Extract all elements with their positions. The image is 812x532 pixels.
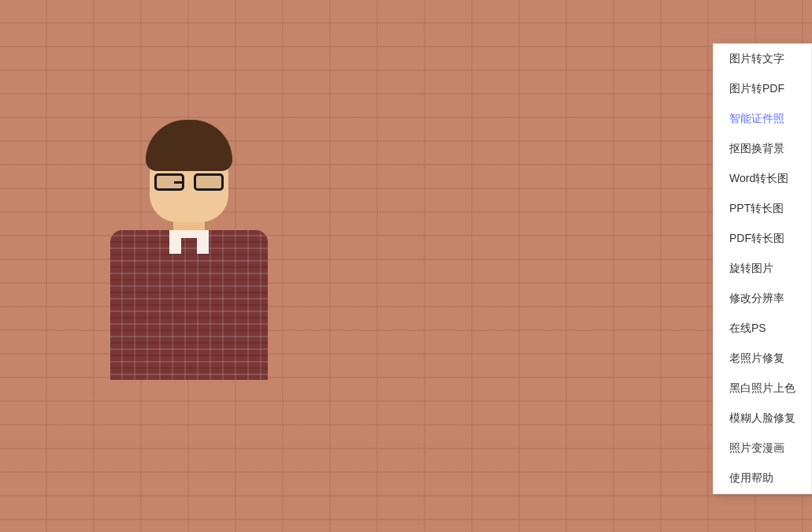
dropdown-ppt-to-long[interactable]: PPT转长图	[714, 194, 811, 224]
person-body	[110, 230, 268, 380]
dropdown-word-to-long[interactable]: Word转长图	[714, 164, 811, 194]
dropdown-face-repair[interactable]: 模糊人脸修复	[714, 404, 811, 433]
left-panel: 原图 效果图	[0, 59, 520, 516]
dropdown-menu: 图片转文字 图片转PDF 智能证件照 抠图换背景 Word转长图 PPT转长图 …	[713, 43, 812, 494]
dropdown-cutout[interactable]: 抠图换背景	[714, 134, 811, 164]
dropdown-img-to-pdf[interactable]: 图片转PDF	[714, 74, 811, 104]
dropdown-img-to-text[interactable]: 图片转文字	[714, 44, 811, 74]
dropdown-help[interactable]: 使用帮助	[714, 463, 811, 493]
dropdown-resolution[interactable]: 修改分辨率	[714, 284, 811, 314]
image-preview	[24, 96, 354, 380]
dropdown-smart-id[interactable]: 智能证件照	[714, 104, 811, 134]
person-glasses	[154, 173, 224, 192]
dropdown-cartoon[interactable]: 照片变漫画	[714, 433, 811, 463]
dropdown-colorize[interactable]: 黑白照片上色	[714, 374, 811, 404]
dropdown-rotate[interactable]: 旋转图片	[714, 254, 811, 284]
main-content: 原图 效果图	[0, 43, 812, 532]
dropdown-old-photo[interactable]: 老照片修复	[714, 344, 811, 374]
dropdown-online-ps[interactable]: 在线PS	[714, 314, 811, 344]
shirt-collar	[169, 230, 209, 254]
dropdown-pdf-to-long[interactable]: PDF转长图	[714, 224, 811, 254]
person-hair	[146, 120, 232, 171]
